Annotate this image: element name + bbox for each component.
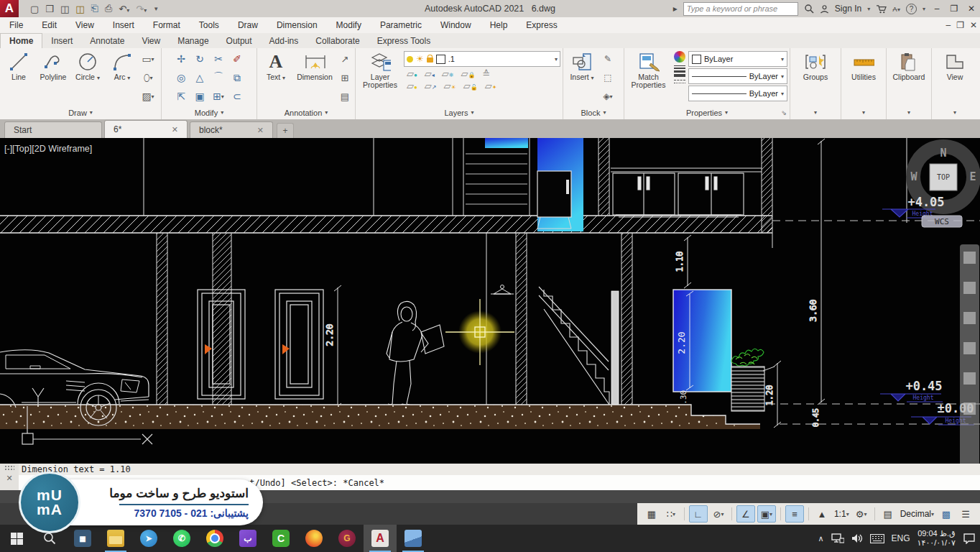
search-icon[interactable] <box>804 4 814 14</box>
viewcube-north[interactable]: N <box>940 147 946 160</box>
edit-block-tool-icon[interactable]: ⬚ <box>600 70 616 85</box>
menu-draw[interactable]: Draw <box>228 17 267 33</box>
menu-parametric[interactable]: Parametric <box>371 17 431 33</box>
search-arrow-icon[interactable]: ▸ <box>673 4 678 14</box>
dimension-button[interactable]: Dimension <box>294 50 336 106</box>
layer-isolate-tool-icon[interactable]: ▱◂ <box>425 68 435 79</box>
utilities-button[interactable]: Utilities <box>843 50 884 106</box>
menu-dimension[interactable]: Dimension <box>267 17 327 33</box>
panel-clipboard-footer[interactable]: ▾ <box>887 106 931 119</box>
volume-icon[interactable] <box>851 533 863 543</box>
lineweight-icon[interactable] <box>674 65 685 77</box>
autodesk-connect-icon[interactable]: ⩜▾ <box>892 4 900 14</box>
panel-block-footer[interactable]: Block▾ <box>563 106 624 119</box>
file-tab-start[interactable]: Start <box>4 121 102 138</box>
doc-restore-button[interactable]: ❐ <box>956 20 964 30</box>
view-button[interactable]: View <box>935 50 975 106</box>
object-snap-toggle[interactable]: ▣▾ <box>757 505 776 523</box>
explode-tool-icon[interactable]: ⧉ <box>229 70 245 85</box>
keyboard-icon[interactable] <box>870 534 884 543</box>
app-store-cart-icon[interactable] <box>876 4 887 14</box>
restore-button[interactable]: ❐ <box>948 4 960 14</box>
grid-toggle[interactable]: ▦ <box>643 506 660 522</box>
menu-express[interactable]: Express <box>517 17 566 33</box>
text-button[interactable]: A Text ▾ <box>259 50 292 106</box>
object-color-dropdown[interactable]: ByLayer ▾ <box>688 51 787 67</box>
layer-unlock-tool-icon[interactable]: ▱🔓 <box>463 80 478 91</box>
plot-icon[interactable]: ⎙ <box>105 3 112 14</box>
linetype-dropdown[interactable]: ByLayer ▾ <box>688 86 787 101</box>
layer-freeze-tool-icon[interactable]: ▱❄ <box>442 68 454 79</box>
grip-dots-icon[interactable] <box>4 465 14 471</box>
layer-freeze-icon[interactable]: ☀ <box>416 54 424 64</box>
panel-annotation-footer[interactable]: Annotation▾ <box>257 106 355 119</box>
lineweight-toggle[interactable]: ≡ <box>785 505 804 523</box>
customization-menu[interactable]: ☰ <box>957 506 974 522</box>
viewport-controls-label[interactable]: [-][Top][2D Wireframe] <box>4 144 92 154</box>
units-dropdown[interactable]: Decimal▾ <box>899 506 935 522</box>
viewcube-west[interactable]: W <box>910 170 917 183</box>
menu-format[interactable]: Format <box>144 17 190 33</box>
layer-copy-tool-icon[interactable]: ▱✦ <box>485 80 497 91</box>
menu-tools[interactable]: Tools <box>190 17 228 33</box>
move-tool-icon[interactable]: ✢ <box>173 52 189 66</box>
command-close-icon[interactable]: ✕ <box>6 474 12 483</box>
hatch-tool-icon[interactable]: ▨▾ <box>140 89 156 104</box>
offset-tool-icon[interactable]: ◎ <box>173 70 189 85</box>
panel-draw-footer[interactable]: Draw▾ <box>0 106 161 119</box>
annotation-visibility-toggle[interactable]: ▲ <box>813 506 831 522</box>
taskbar-autocad[interactable]: A <box>364 525 397 552</box>
menu-window[interactable]: Window <box>431 17 481 33</box>
rectangle-tool-icon[interactable]: ▭▾ <box>140 52 156 66</box>
groups-button[interactable]: Groups <box>794 50 837 106</box>
action-center-icon[interactable] <box>963 533 976 544</box>
layer-on-icon[interactable] <box>407 56 413 63</box>
taskbar-idm[interactable]: G <box>330 525 364 552</box>
tab-express-tools[interactable]: Express Tools <box>369 33 439 48</box>
layer-color-swatch[interactable] <box>436 55 445 64</box>
doc-minimize-button[interactable]: – <box>946 20 951 30</box>
table-tool-icon[interactable]: ⊞ <box>337 70 353 85</box>
autocad-logo-icon[interactable]: A <box>0 0 19 17</box>
match-tool-icon[interactable]: ⊂ <box>229 89 245 104</box>
open-file-icon[interactable]: ❒ <box>45 4 54 14</box>
tray-chevron-icon[interactable]: ∧ <box>818 534 824 543</box>
tab-add-ins[interactable]: Add-ins <box>261 33 308 48</box>
layer-properties-button[interactable]: Layer Properties <box>358 50 402 106</box>
properties-expander-icon[interactable]: ⇘ <box>781 109 787 116</box>
ellipse-tool-icon[interactable]: ⬯▾ <box>140 70 156 85</box>
minimize-button[interactable]: – <box>931 4 943 14</box>
circle-button[interactable]: Circle ▾ <box>71 50 104 106</box>
taskbar-photos[interactable] <box>397 525 430 552</box>
panel-layers-footer[interactable]: Layers▾ <box>356 106 563 119</box>
save-as-icon[interactable]: ◫ <box>75 4 84 14</box>
export-icon[interactable]: ⎗ <box>91 3 98 14</box>
object-snap-tracking-toggle[interactable]: ∠ <box>736 505 755 523</box>
leader-tool-icon[interactable]: ↗ <box>337 52 353 66</box>
polyline-button[interactable]: Polyline <box>37 50 70 106</box>
lineweight-dropdown[interactable]: ByLayer ▾ <box>688 68 787 84</box>
layer-lock-icon[interactable] <box>427 58 433 63</box>
new-tab-button[interactable]: + <box>277 123 294 138</box>
color-wheel-icon[interactable] <box>674 51 685 63</box>
stretch-tool-icon[interactable]: ⇱ <box>173 89 189 104</box>
annotation-scale-button[interactable]: 1:1▾ <box>833 506 851 522</box>
undo-icon[interactable]: ↶▾ <box>119 4 129 14</box>
panel-properties-footer[interactable]: Properties▾ ⇘ <box>624 106 790 119</box>
panel-view-footer[interactable]: ▾ <box>932 106 978 119</box>
panel-modify-footer[interactable]: Modify▾ <box>162 106 256 119</box>
layer-dropdown[interactable]: ☀ .1 ▾ <box>404 51 560 67</box>
create-block-tool-icon[interactable]: ✎ <box>600 52 616 66</box>
close-button[interactable]: ✕ <box>966 4 977 14</box>
insert-block-button[interactable]: Insert ▾ <box>565 50 598 106</box>
annotation-monitor-toggle[interactable]: ▤ <box>879 506 897 522</box>
layer-thaw-tool-icon[interactable]: ▱☀ <box>444 80 456 91</box>
tab-view[interactable]: View <box>133 33 169 48</box>
menu-view[interactable]: View <box>66 17 103 33</box>
help-caret-icon[interactable]: ▾ <box>923 6 925 12</box>
panel-groups-footer[interactable]: ▾ <box>790 106 841 119</box>
doc-close-button[interactable]: ✕ <box>970 20 977 30</box>
scale-tool-icon[interactable]: ▣ <box>192 89 208 104</box>
new-file-icon[interactable]: ▢ <box>30 4 39 14</box>
tab-manage[interactable]: Manage <box>169 33 217 48</box>
